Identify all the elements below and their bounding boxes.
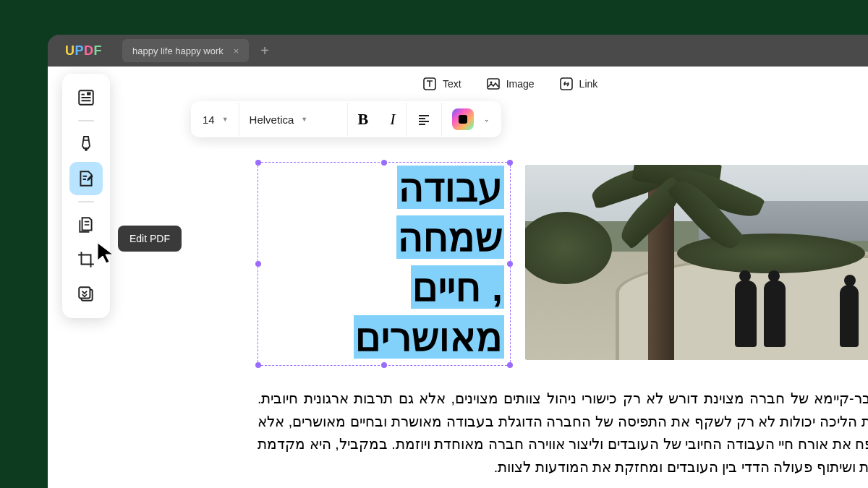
annotate-tool[interactable]: [69, 127, 103, 160]
edit-pdf-tooltip: Edit PDF: [118, 226, 182, 252]
main-area: Text Image Link 14 ▼ Helvetica ▼ B I: [48, 67, 868, 488]
document-image[interactable]: [525, 165, 868, 360]
toolbar-separator: [78, 120, 94, 121]
font-family-selector[interactable]: Helvetica ▼: [239, 103, 348, 136]
caret-down-icon: ▼: [222, 116, 229, 123]
document-body-text[interactable]: פיתוח בר-קיימא של חברה מצוינת דורש לא רק…: [258, 388, 868, 479]
stack-icon: [77, 285, 95, 304]
svg-rect-1: [488, 79, 499, 89]
caret-down-icon: ⌄: [484, 116, 490, 123]
bold-button[interactable]: B: [351, 110, 376, 129]
reader-icon: [77, 88, 95, 107]
caret-down-icon: ▼: [301, 116, 307, 123]
top-toolbar: Text Image Link: [133, 67, 868, 91]
color-swatch-icon: [452, 108, 474, 130]
app-logo: UPDF: [65, 43, 102, 59]
new-tab-button[interactable]: +: [260, 43, 269, 59]
reader-tool[interactable]: [69, 81, 103, 114]
format-bar: 14 ▼ Helvetica ▼ B I ⌄: [191, 101, 501, 137]
resize-handle[interactable]: [381, 160, 387, 166]
organize-pages-tool[interactable]: [69, 208, 103, 241]
resize-handle[interactable]: [255, 362, 261, 368]
title-bar: UPDF happy life happy work × +: [48, 35, 868, 67]
edit-pdf-tool[interactable]: [69, 162, 103, 195]
link-icon: [559, 77, 574, 91]
pages-icon: [77, 215, 95, 234]
resize-handle[interactable]: [255, 160, 261, 166]
marker-icon: [77, 134, 95, 153]
image-icon: [486, 77, 501, 91]
cursor-icon: [95, 241, 117, 266]
document-heading[interactable]: עבודה שמחה , חיים מאושרים: [258, 163, 504, 362]
text-color-button[interactable]: ⌄: [442, 103, 500, 136]
toolbar-separator: [78, 201, 94, 202]
edit-page-icon: [77, 169, 95, 188]
align-left-icon: [417, 112, 431, 127]
resize-handle[interactable]: [507, 261, 513, 267]
crop-icon: [77, 250, 95, 269]
page-tool[interactable]: [69, 278, 103, 311]
left-toolbar: [62, 74, 110, 318]
svg-rect-5: [87, 92, 90, 95]
text-icon: [422, 77, 437, 91]
document-canvas[interactable]: עבודה שמחה , חיים מאושרים: [191, 149, 868, 175]
resize-handle[interactable]: [381, 362, 387, 368]
document-tab[interactable]: happy life happy work ×: [122, 39, 249, 62]
resize-handle[interactable]: [507, 160, 513, 166]
align-button[interactable]: [407, 103, 442, 136]
insert-text-button[interactable]: Text: [422, 77, 461, 91]
insert-image-button[interactable]: Image: [486, 77, 535, 91]
close-icon[interactable]: ×: [234, 46, 239, 56]
insert-link-button[interactable]: Link: [559, 77, 598, 91]
font-size-selector[interactable]: 14 ▼: [192, 103, 239, 136]
text-selection-frame[interactable]: עבודה שמחה , חיים מאושרים: [258, 162, 511, 366]
app-window: UPDF happy life happy work × + Text Imag…: [48, 35, 868, 488]
italic-button[interactable]: I: [383, 110, 402, 129]
resize-handle[interactable]: [255, 261, 261, 267]
tab-label: happy life happy work: [132, 46, 224, 56]
resize-handle[interactable]: [507, 362, 513, 368]
